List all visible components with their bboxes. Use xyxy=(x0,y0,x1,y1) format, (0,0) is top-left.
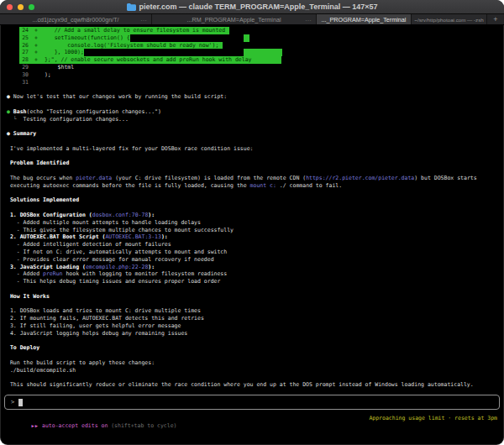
gutter-pad xyxy=(7,64,19,71)
terminal-line: To Deploy xyxy=(7,344,504,352)
file-reference: dosbox.conf:70-78 xyxy=(92,212,149,218)
terminal-line: How It Works xyxy=(7,293,504,301)
file-reference: https://r2.pieter.com/pieter.data xyxy=(306,175,414,181)
terminal-line: executing autoexec commands before the f… xyxy=(7,182,504,190)
bold-text: ): xyxy=(148,212,155,218)
code-text: };", // enable secure websockets and add… xyxy=(41,56,251,64)
tab-bar: ...cd1jzcyx9d_cqwfh8r0000gn/T/…...RM_PRO… xyxy=(0,14,504,25)
terminal-line: - If not on C: drive, automatically atte… xyxy=(7,249,504,256)
text-segment: The bug occurs when xyxy=(7,175,76,181)
line-number: 24 xyxy=(19,27,29,34)
text-segment: Now let's test that our changes work by … xyxy=(13,93,227,100)
blank-line xyxy=(7,204,504,212)
code-text: // Add a small delay to ensure filesyste… xyxy=(41,27,225,34)
text-segment: executing autoexec commands before the f… xyxy=(7,182,250,189)
terminal-line: The bug occurs when pieter.data (your C:… xyxy=(7,175,504,182)
code-strip: 31 xyxy=(19,79,41,86)
mode-hint: (shift+tab to cycle) xyxy=(111,422,176,429)
line-number: 31 xyxy=(19,79,29,86)
terminal-line: - This gives the filesystem multiple cha… xyxy=(7,227,504,234)
output-connector: └ xyxy=(7,116,24,123)
text-segment: - This helps debug timing issues and ens… xyxy=(7,278,220,285)
terminal-line: Problem Identified xyxy=(7,160,504,167)
minimize-button[interactable] xyxy=(18,4,24,10)
file-reference: preRun xyxy=(43,270,62,277)
diff-added-line: 24+ // Add a small delay to ensure files… xyxy=(7,27,504,34)
text-segment: - If not on C: drive, automatically atte… xyxy=(7,249,227,255)
file-reference: emcompile.php:22-28 xyxy=(86,264,148,270)
diff-artifact xyxy=(244,49,282,56)
blank-line xyxy=(7,352,504,359)
blank-line xyxy=(7,101,504,108)
text-segment: 1. DOSBox loads and tries to mount C: dr… xyxy=(7,307,201,314)
window-title-group: pieter.com — claude TERM_PROGRAM=Apple_T… xyxy=(0,0,504,13)
terminal-line: └ Testing configuration changes... xyxy=(7,116,504,123)
blank-line xyxy=(7,86,504,93)
traffic-lights xyxy=(0,4,34,10)
auto-accept-indicator: ▶▶ auto-accept edits on (shift+tab to cy… xyxy=(12,415,176,437)
gutter-pad xyxy=(7,34,19,42)
blank-line xyxy=(7,285,504,293)
code-text: }, 1000); xyxy=(41,49,84,56)
tab-overflow-icon[interactable]: … xyxy=(305,17,312,22)
gutter-pad xyxy=(7,42,19,50)
blank-line xyxy=(7,167,504,175)
message-bullet: ● xyxy=(7,93,13,100)
tab-label: ~/srv/http/photoai.com — -zsh xyxy=(414,17,483,23)
text-segment: Testing configuration changes... xyxy=(24,116,129,123)
status-bar: ▶▶ auto-accept edits on (shift+tab to cy… xyxy=(12,415,497,437)
tab-4[interactable]: ~/srv/http/photoai.com — -zsh xyxy=(412,14,487,24)
diff-sign: + xyxy=(34,42,41,50)
diff-added-line: 26+ console.log('Filesystem should be re… xyxy=(7,42,504,50)
terminal-line: ● Summary xyxy=(7,130,504,138)
tab-1[interactable]: ...cd1jzcyx9d_cqwfh8r0000gn/T/… xyxy=(0,14,152,24)
code-strip: 27+ }, 1000); xyxy=(19,49,84,56)
fast-forward-icon: ▶▶ xyxy=(31,423,39,428)
diff-sign xyxy=(34,71,41,79)
blank-line xyxy=(7,190,504,197)
text-segment: 4. JavaScript logging helps debug any re… xyxy=(7,330,187,337)
tab-label: ..._PROGRAM=Apple_Terminal xyxy=(322,16,407,24)
code-line: 31 xyxy=(7,79,504,86)
terminal-line: I've implemented a multi-layered fix for… xyxy=(7,145,504,153)
tab-label: ...cd1jzcyx9d_cqwfh8r0000gn/T/ xyxy=(32,16,118,24)
gutter-pad xyxy=(7,49,19,56)
gutter-pad xyxy=(7,71,19,79)
text-segment: - Added multiple mount attempts to handl… xyxy=(7,219,201,226)
terminal-window: pieter.com — claude TERM_PROGRAM=Apple_T… xyxy=(0,0,504,445)
blank-line xyxy=(7,153,504,160)
text-segment: (echo "Testing configuration changes..."… xyxy=(26,108,160,115)
text-segment: Run the build script to apply these chan… xyxy=(7,359,155,366)
bold-text: To Deploy xyxy=(10,344,39,351)
bold-text: Problem Identified xyxy=(10,160,69,166)
title-bar[interactable]: pieter.com — claude TERM_PROGRAM=Apple_T… xyxy=(0,0,504,14)
line-number: 25 xyxy=(19,34,29,42)
prompt-chevron: > xyxy=(11,399,14,406)
text-segment: 3. If still failing, user gets helpful e… xyxy=(7,322,181,329)
close-button[interactable] xyxy=(7,4,13,10)
code-text: setTimeout(function() { xyxy=(41,34,130,42)
code-strip: 26+ console.log('Filesystem should be re… xyxy=(19,42,223,50)
tab-overflow-icon[interactable]: … xyxy=(140,17,147,22)
zoom-button[interactable] xyxy=(29,4,34,10)
diff-sign: + xyxy=(34,34,41,42)
composer-input[interactable]: > xyxy=(4,395,500,410)
blank-line xyxy=(7,138,504,145)
text-segment: (your C: drive filesystem) is loaded fro… xyxy=(112,175,306,181)
bold-text: 3. JavaScript Loading ( xyxy=(10,264,86,270)
text-segment: ./ command to fail. xyxy=(276,182,342,189)
terminal-line: 4. JavaScript logging helps debug any re… xyxy=(7,330,504,338)
bold-text: 1. DOSBox Configuration ( xyxy=(10,212,92,218)
text-segment: - Added xyxy=(7,270,43,277)
terminal-line: 2. If mounting fails, AUTOEXEC.BAT detec… xyxy=(7,315,504,322)
code-text: ); xyxy=(41,71,51,79)
gutter-pad xyxy=(7,27,19,34)
tab-2[interactable]: ...RM_PROGRAM=Apple_Terminal… xyxy=(152,14,317,24)
new-tab-button[interactable]: + xyxy=(487,14,504,24)
bold-text: ): xyxy=(161,233,168,240)
file-reference: AUTOEXEC.BAT:3-13 xyxy=(105,233,161,240)
text-segment: 2. If mounting fails, AUTOEXEC.BAT detec… xyxy=(7,315,204,322)
tab-3[interactable]: ..._PROGRAM=Apple_Terminal xyxy=(317,14,412,24)
line-number: 27 xyxy=(19,49,29,56)
code-text: console.log('Filesystem should be ready … xyxy=(41,42,218,50)
